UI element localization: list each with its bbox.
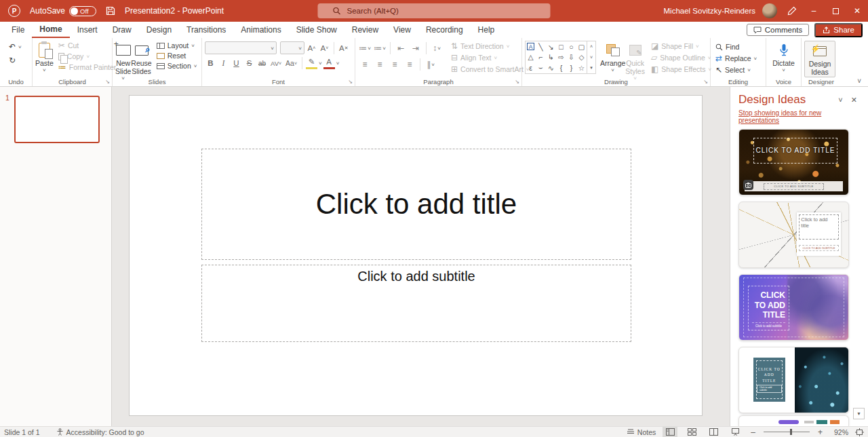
- shape-curve[interactable]: ∿: [546, 62, 556, 73]
- minimize-button[interactable]: –: [803, 0, 825, 22]
- notes-button[interactable]: Notes: [627, 428, 656, 436]
- slide-thumbnail-1[interactable]: [14, 96, 100, 143]
- align-left-button[interactable]: ≡: [358, 59, 372, 71]
- autosave-toggle[interactable]: Off: [69, 6, 96, 16]
- replace-button[interactable]: ⇄Replace˅: [713, 54, 759, 63]
- shape-gallery-scroll-down[interactable]: ˅: [587, 52, 595, 63]
- shape-gallery-more[interactable]: ▾: [587, 62, 595, 73]
- tab-recording[interactable]: Recording: [418, 22, 471, 38]
- tab-design[interactable]: Design: [139, 22, 179, 38]
- tab-help[interactable]: Help: [471, 22, 502, 38]
- shape-pentagon[interactable]: ◇: [576, 52, 587, 63]
- shape-right-brace[interactable]: }: [566, 62, 576, 73]
- stop-showing-ideas-link[interactable]: Stop showing ideas for new presentations: [738, 109, 860, 124]
- close-button[interactable]: ✕: [846, 0, 868, 22]
- strikethrough-button[interactable]: S: [243, 58, 255, 69]
- numbering-button[interactable]: ≔˅: [373, 43, 387, 54]
- normal-view-button[interactable]: [663, 427, 677, 437]
- paragraph-dialog-launcher[interactable]: ↘: [515, 79, 519, 85]
- find-button[interactable]: Find: [713, 42, 759, 52]
- shape-outline-button[interactable]: ▱Shape Outline˅: [649, 53, 713, 62]
- title-placeholder[interactable]: Click to add title: [201, 149, 631, 260]
- shape-right-arrow[interactable]: ⇨: [556, 52, 566, 63]
- search-input[interactable]: Search (Alt+Q): [318, 3, 551, 18]
- shape-line[interactable]: ╲: [536, 41, 546, 52]
- strikethrough-ab-button[interactable]: ab: [256, 58, 268, 69]
- bold-button[interactable]: B: [205, 58, 216, 69]
- shape-star[interactable]: ☆: [576, 62, 587, 73]
- format-painter-button[interactable]: ≔Format Painter: [56, 62, 118, 72]
- clipboard-dialog-launcher[interactable]: ↘: [105, 79, 110, 85]
- bullets-button[interactable]: ≔˅: [358, 43, 372, 54]
- design-thumbnail-3[interactable]: CLICK TO ADD TITLE Click to add subtitle: [738, 274, 849, 341]
- text-highlight-button[interactable]: ✎: [306, 58, 317, 69]
- text-direction-button[interactable]: ⇅Text Direction˅: [449, 41, 532, 51]
- tab-home[interactable]: Home: [32, 22, 69, 38]
- align-center-button[interactable]: ≡: [373, 59, 387, 71]
- autosave-control[interactable]: AutoSave Off: [30, 6, 96, 16]
- design-thumbnail-1[interactable]: CLICK TO ADD TITLE CLICK TO ADD SUBTITLE: [738, 129, 849, 195]
- tab-slide-show[interactable]: Slide Show: [289, 22, 344, 38]
- layout-button[interactable]: Layout˅: [155, 41, 199, 50]
- copy-button[interactable]: Copy˅: [56, 52, 118, 61]
- powerpoint-app-icon[interactable]: P: [8, 5, 20, 17]
- share-button[interactable]: Share: [814, 23, 863, 37]
- font-dialog-launcher[interactable]: ↘: [348, 79, 353, 85]
- font-size-combobox[interactable]: ˅: [280, 41, 304, 54]
- shape-arrow-line[interactable]: ↘: [546, 41, 556, 52]
- shape-left-brace[interactable]: {: [556, 62, 566, 73]
- underline-button[interactable]: U: [231, 58, 242, 69]
- shape-fill-button[interactable]: ◪Shape Fill˅: [649, 41, 713, 51]
- zoom-level[interactable]: 92%: [831, 428, 848, 436]
- italic-button[interactable]: I: [218, 58, 229, 69]
- tab-animations[interactable]: Animations: [233, 22, 288, 38]
- tab-insert[interactable]: Insert: [70, 22, 105, 38]
- paste-button[interactable]: Paste ˅: [35, 41, 54, 74]
- shape-elbow-arrow[interactable]: ↳: [546, 52, 556, 63]
- tab-file[interactable]: File: [4, 22, 32, 38]
- fit-slide-to-window-button[interactable]: [855, 428, 864, 436]
- shape-freeform[interactable]: ε: [526, 62, 536, 73]
- subtitle-placeholder[interactable]: Click to add subtitle: [201, 265, 631, 342]
- slide-sorter-view-button[interactable]: [684, 427, 699, 437]
- reuse-slides-button[interactable]: Reuse Slides: [131, 41, 151, 76]
- character-spacing-button[interactable]: AV˅: [269, 58, 283, 69]
- save-icon[interactable]: [106, 6, 115, 16]
- zoom-in-button[interactable]: +: [816, 428, 824, 437]
- columns-button[interactable]: ∥˅: [424, 59, 437, 71]
- increase-indent-button[interactable]: ⇥: [409, 43, 422, 54]
- zoom-slider-thumb[interactable]: [790, 429, 792, 435]
- comments-button[interactable]: Comments: [747, 24, 810, 36]
- shape-triangle[interactable]: △: [526, 52, 536, 63]
- maximize-button[interactable]: [825, 0, 846, 22]
- avatar[interactable]: [762, 3, 777, 18]
- collapse-ribbon-icon[interactable]: ˅: [857, 77, 861, 85]
- tab-view[interactable]: View: [386, 22, 418, 38]
- font-name-combobox[interactable]: ˅: [205, 41, 277, 54]
- tab-review[interactable]: Review: [344, 22, 386, 38]
- align-right-button[interactable]: ≡: [388, 59, 401, 71]
- shape-down-arrow[interactable]: ⇩: [566, 52, 576, 63]
- shape-textbox[interactable]: A: [526, 41, 536, 52]
- decrease-indent-button[interactable]: ⇤: [394, 43, 408, 54]
- section-button[interactable]: Section˅: [155, 61, 199, 71]
- shape-rectangle[interactable]: □: [556, 41, 566, 52]
- shape-arc[interactable]: ⌣: [536, 62, 546, 73]
- pen-mode-icon[interactable]: [787, 5, 797, 16]
- shape-oval[interactable]: ○: [566, 41, 576, 52]
- zoom-slider[interactable]: [764, 432, 810, 432]
- justify-button[interactable]: ≡: [403, 59, 416, 71]
- cut-button[interactable]: ✂Cut: [56, 41, 118, 50]
- redo-button[interactable]: ↻: [7, 56, 24, 65]
- dictate-button[interactable]: Dictate ˅: [769, 41, 798, 74]
- reading-view-button[interactable]: [706, 427, 721, 437]
- shape-effects-button[interactable]: ◧Shape Effects˅: [649, 64, 713, 74]
- clear-formatting-button[interactable]: A✕: [338, 42, 350, 54]
- zoom-out-button[interactable]: –: [749, 428, 757, 437]
- shrink-font-button[interactable]: A˅: [319, 42, 330, 54]
- user-name[interactable]: Michael Sovitzky-Reinders: [664, 7, 756, 15]
- tab-transitions[interactable]: Transitions: [179, 22, 233, 38]
- drawing-dialog-launcher[interactable]: ↘: [703, 79, 708, 85]
- shape-elbow-connector[interactable]: ⌐: [536, 52, 546, 63]
- new-slide-button[interactable]: New Slide ˅: [115, 41, 131, 82]
